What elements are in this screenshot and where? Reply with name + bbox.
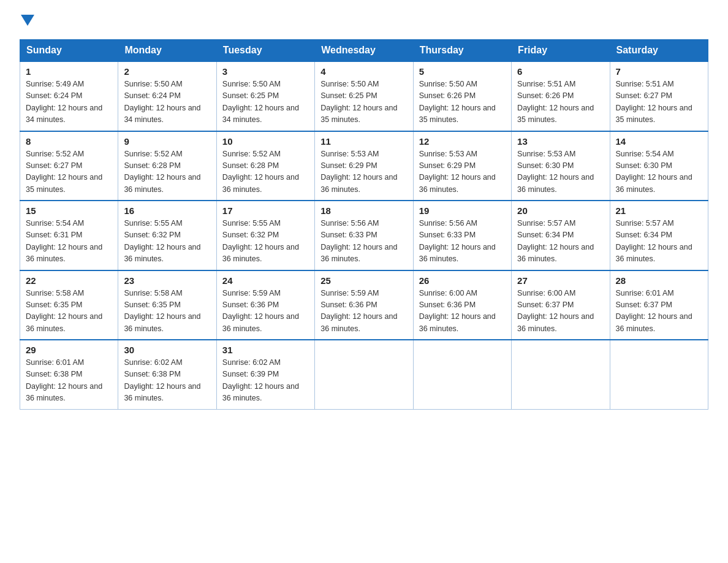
calendar-cell: 22 Sunrise: 5:58 AM Sunset: 6:35 PM Dayl… <box>20 270 118 340</box>
calendar-week-row: 29 Sunrise: 6:01 AM Sunset: 6:38 PM Dayl… <box>20 340 708 409</box>
day-number: 29 <box>26 345 112 355</box>
day-info: Sunrise: 5:55 AM Sunset: 6:32 PM Dayligh… <box>222 218 309 266</box>
day-info: Sunrise: 5:52 AM Sunset: 6:28 PM Dayligh… <box>124 148 210 196</box>
calendar-cell: 30 Sunrise: 6:02 AM Sunset: 6:38 PM Dayl… <box>118 340 216 409</box>
day-number: 30 <box>124 345 210 355</box>
day-number: 5 <box>419 66 506 77</box>
day-info: Sunrise: 5:50 AM Sunset: 6:25 PM Dayligh… <box>320 79 407 126</box>
day-number: 1 <box>26 66 112 77</box>
calendar-cell: 17 Sunrise: 5:55 AM Sunset: 6:32 PM Dayl… <box>216 201 314 270</box>
day-number: 26 <box>419 275 506 286</box>
calendar-header-row: SundayMondayTuesdayWednesdayThursdayFrid… <box>20 40 708 62</box>
day-number: 27 <box>517 275 604 286</box>
day-info: Sunrise: 5:53 AM Sunset: 6:29 PM Dayligh… <box>419 148 506 196</box>
day-number: 28 <box>616 275 702 286</box>
calendar-cell: 13 Sunrise: 5:53 AM Sunset: 6:30 PM Dayl… <box>512 131 610 201</box>
day-info: Sunrise: 6:01 AM Sunset: 6:38 PM Dayligh… <box>26 357 112 405</box>
calendar-cell: 24 Sunrise: 5:59 AM Sunset: 6:36 PM Dayl… <box>216 270 314 340</box>
calendar-cell: 2 Sunrise: 5:50 AM Sunset: 6:24 PM Dayli… <box>118 61 216 131</box>
calendar-week-row: 15 Sunrise: 5:54 AM Sunset: 6:31 PM Dayl… <box>20 201 708 270</box>
day-number: 2 <box>124 66 210 77</box>
day-number: 22 <box>26 275 112 286</box>
calendar-cell: 12 Sunrise: 5:53 AM Sunset: 6:29 PM Dayl… <box>413 131 511 201</box>
day-info: Sunrise: 5:55 AM Sunset: 6:32 PM Dayligh… <box>124 218 210 266</box>
day-info: Sunrise: 5:58 AM Sunset: 6:35 PM Dayligh… <box>124 288 210 335</box>
day-number: 3 <box>222 66 309 77</box>
calendar-cell: 9 Sunrise: 5:52 AM Sunset: 6:28 PM Dayli… <box>118 131 216 201</box>
day-number: 11 <box>320 136 407 147</box>
calendar-cell <box>413 340 511 409</box>
calendar-table: SundayMondayTuesdayWednesdayThursdayFrid… <box>20 39 708 410</box>
day-info: Sunrise: 5:51 AM Sunset: 6:27 PM Dayligh… <box>616 79 702 126</box>
calendar-cell: 1 Sunrise: 5:49 AM Sunset: 6:24 PM Dayli… <box>20 61 118 131</box>
day-number: 6 <box>517 66 604 77</box>
calendar-cell: 25 Sunrise: 5:59 AM Sunset: 6:36 PM Dayl… <box>315 270 413 340</box>
day-info: Sunrise: 5:52 AM Sunset: 6:27 PM Dayligh… <box>26 148 112 196</box>
calendar-cell: 15 Sunrise: 5:54 AM Sunset: 6:31 PM Dayl… <box>20 201 118 270</box>
calendar-cell <box>315 340 413 409</box>
day-number: 14 <box>616 136 702 147</box>
calendar-header-friday: Friday <box>512 40 610 62</box>
day-info: Sunrise: 5:59 AM Sunset: 6:36 PM Dayligh… <box>222 288 309 335</box>
calendar-cell: 23 Sunrise: 5:58 AM Sunset: 6:35 PM Dayl… <box>118 270 216 340</box>
calendar-cell: 8 Sunrise: 5:52 AM Sunset: 6:27 PM Dayli… <box>20 131 118 201</box>
calendar-cell: 20 Sunrise: 5:57 AM Sunset: 6:34 PM Dayl… <box>512 201 610 270</box>
calendar-cell: 6 Sunrise: 5:51 AM Sunset: 6:26 PM Dayli… <box>512 61 610 131</box>
calendar-header-monday: Monday <box>118 40 216 62</box>
calendar-cell: 14 Sunrise: 5:54 AM Sunset: 6:30 PM Dayl… <box>610 131 708 201</box>
calendar-cell <box>512 340 610 409</box>
day-number: 12 <box>419 136 506 147</box>
day-number: 25 <box>320 275 407 286</box>
day-info: Sunrise: 5:53 AM Sunset: 6:30 PM Dayligh… <box>517 148 604 196</box>
day-info: Sunrise: 6:00 AM Sunset: 6:36 PM Dayligh… <box>419 288 506 335</box>
day-info: Sunrise: 6:01 AM Sunset: 6:37 PM Dayligh… <box>616 288 702 335</box>
logo-triangle-icon <box>21 15 34 26</box>
logo <box>20 15 34 28</box>
calendar-cell: 7 Sunrise: 5:51 AM Sunset: 6:27 PM Dayli… <box>610 61 708 131</box>
calendar-cell: 5 Sunrise: 5:50 AM Sunset: 6:26 PM Dayli… <box>413 61 511 131</box>
day-info: Sunrise: 5:56 AM Sunset: 6:33 PM Dayligh… <box>419 218 506 266</box>
calendar-cell: 4 Sunrise: 5:50 AM Sunset: 6:25 PM Dayli… <box>315 61 413 131</box>
calendar-week-row: 1 Sunrise: 5:49 AM Sunset: 6:24 PM Dayli… <box>20 61 708 131</box>
day-info: Sunrise: 5:57 AM Sunset: 6:34 PM Dayligh… <box>616 218 702 266</box>
calendar-cell: 19 Sunrise: 5:56 AM Sunset: 6:33 PM Dayl… <box>413 201 511 270</box>
calendar-cell: 21 Sunrise: 5:57 AM Sunset: 6:34 PM Dayl… <box>610 201 708 270</box>
day-number: 4 <box>320 66 407 77</box>
day-number: 18 <box>320 205 407 216</box>
calendar-cell <box>610 340 708 409</box>
day-number: 15 <box>26 205 112 216</box>
day-info: Sunrise: 6:02 AM Sunset: 6:38 PM Dayligh… <box>124 357 210 405</box>
day-info: Sunrise: 5:59 AM Sunset: 6:36 PM Dayligh… <box>320 288 407 335</box>
day-number: 10 <box>222 136 309 147</box>
calendar-cell: 27 Sunrise: 6:00 AM Sunset: 6:37 PM Dayl… <box>512 270 610 340</box>
calendar-header-tuesday: Tuesday <box>216 40 314 62</box>
day-info: Sunrise: 5:54 AM Sunset: 6:31 PM Dayligh… <box>26 218 112 266</box>
day-info: Sunrise: 5:52 AM Sunset: 6:28 PM Dayligh… <box>222 148 309 196</box>
calendar-cell: 26 Sunrise: 6:00 AM Sunset: 6:36 PM Dayl… <box>413 270 511 340</box>
day-number: 9 <box>124 136 210 147</box>
calendar-week-row: 22 Sunrise: 5:58 AM Sunset: 6:35 PM Dayl… <box>20 270 708 340</box>
day-number: 31 <box>222 345 309 355</box>
day-number: 16 <box>124 205 210 216</box>
day-number: 24 <box>222 275 309 286</box>
day-info: Sunrise: 5:51 AM Sunset: 6:26 PM Dayligh… <box>517 79 604 126</box>
day-number: 20 <box>517 205 604 216</box>
day-number: 8 <box>26 136 112 147</box>
calendar-cell: 31 Sunrise: 6:02 AM Sunset: 6:39 PM Dayl… <box>216 340 314 409</box>
day-info: Sunrise: 6:00 AM Sunset: 6:37 PM Dayligh… <box>517 288 604 335</box>
day-info: Sunrise: 5:54 AM Sunset: 6:30 PM Dayligh… <box>616 148 702 196</box>
day-number: 19 <box>419 205 506 216</box>
day-info: Sunrise: 5:58 AM Sunset: 6:35 PM Dayligh… <box>26 288 112 335</box>
day-info: Sunrise: 5:57 AM Sunset: 6:34 PM Dayligh… <box>517 218 604 266</box>
day-info: Sunrise: 5:49 AM Sunset: 6:24 PM Dayligh… <box>26 79 112 126</box>
day-number: 13 <box>517 136 604 147</box>
calendar-cell: 16 Sunrise: 5:55 AM Sunset: 6:32 PM Dayl… <box>118 201 216 270</box>
day-info: Sunrise: 5:50 AM Sunset: 6:26 PM Dayligh… <box>419 79 506 126</box>
calendar-cell: 10 Sunrise: 5:52 AM Sunset: 6:28 PM Dayl… <box>216 131 314 201</box>
calendar-header-saturday: Saturday <box>610 40 708 62</box>
day-info: Sunrise: 6:02 AM Sunset: 6:39 PM Dayligh… <box>222 357 309 405</box>
svg-marker-0 <box>21 15 34 26</box>
day-info: Sunrise: 5:56 AM Sunset: 6:33 PM Dayligh… <box>320 218 407 266</box>
day-number: 21 <box>616 205 702 216</box>
calendar-header-wednesday: Wednesday <box>315 40 413 62</box>
